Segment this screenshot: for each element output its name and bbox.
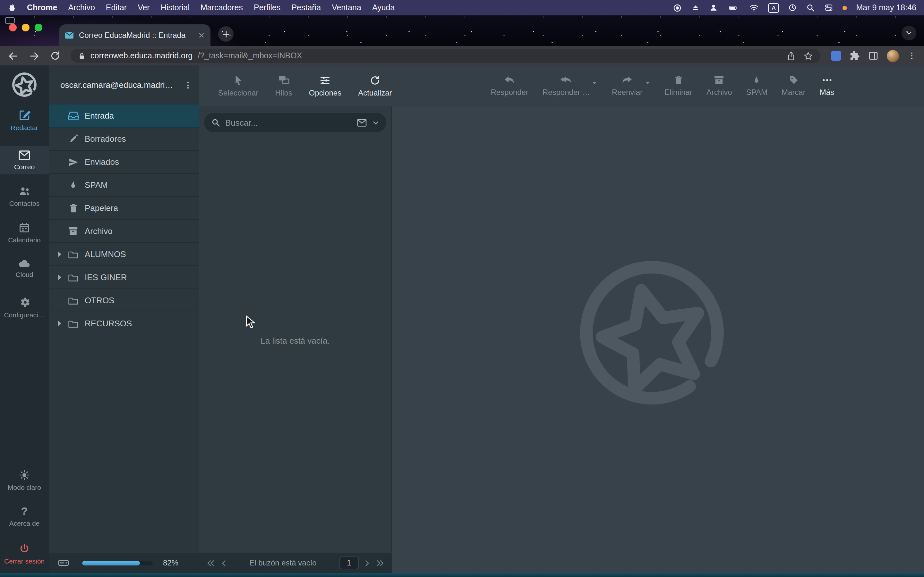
new-tab-button[interactable]	[218, 26, 234, 42]
folder-enviados[interactable]: Enviados	[49, 151, 199, 174]
tab-overflow-chevron-icon[interactable]	[901, 26, 916, 40]
prev-page-icon[interactable]	[221, 559, 226, 566]
sidebar-item-cerrar-sesion[interactable]: Cerrar sesión	[0, 543, 49, 565]
sidebar-item-label: Redactar	[11, 124, 38, 131]
sidebar-item-correo[interactable]: Correo	[0, 146, 49, 174]
extension-icon[interactable]	[831, 51, 841, 61]
reply-all-button[interactable]: Responder …	[543, 75, 590, 97]
forward-caret-icon[interactable]	[645, 80, 650, 86]
menubar-item-editar[interactable]: Editar	[106, 3, 127, 12]
control-center-icon[interactable]	[824, 3, 834, 12]
side-panel-icon[interactable]	[868, 51, 879, 61]
user-icon[interactable]	[709, 3, 718, 12]
clock-history-icon[interactable]	[788, 3, 797, 12]
sidebar-item-redactar[interactable]: Redactar	[0, 109, 49, 131]
eject-icon[interactable]	[691, 3, 700, 12]
window-close-button[interactable]	[9, 24, 17, 31]
archive-button[interactable]: Archivo	[706, 75, 732, 97]
share-icon[interactable]	[787, 51, 796, 61]
folder-borradores[interactable]: Borradores	[49, 127, 199, 151]
browser-menu-kebab-icon[interactable]	[907, 51, 916, 60]
cloud-icon	[18, 258, 31, 268]
window-zoom-button[interactable]	[35, 24, 42, 31]
delete-button-label: Eliminar	[664, 88, 692, 97]
page-number-box[interactable]: 1	[339, 556, 359, 569]
folder-papelera[interactable]: Papelera	[49, 197, 199, 220]
browser-tab[interactable]: Correo EducaMadrid :: Entrada	[59, 24, 210, 46]
search-bar[interactable]	[204, 113, 386, 132]
lock-icon[interactable]	[78, 52, 86, 60]
mail-icon	[18, 150, 31, 160]
refresh-button[interactable]: Actualizar	[358, 75, 392, 97]
forward-button[interactable]	[29, 50, 40, 61]
menubar-item-ventana[interactable]: Ventana	[332, 3, 361, 12]
back-button[interactable]	[8, 50, 19, 61]
reply-all-arrow-icon	[560, 75, 573, 85]
tab-close-icon[interactable]	[198, 32, 205, 39]
address-bar[interactable]: correoweb.educa.madrid.org /?_task=mail&…	[71, 49, 821, 63]
first-page-icon[interactable]	[207, 559, 215, 566]
mark-button[interactable]: Marcar	[782, 75, 806, 97]
search-options-chevron-icon[interactable]	[372, 119, 379, 126]
mail-toolbar: Seleccionar Hilos Opciones	[199, 65, 924, 106]
extensions-puzzle-icon[interactable]	[850, 51, 860, 61]
sidebar-item-modo-claro[interactable]: Modo claro	[0, 469, 49, 491]
window-controls	[9, 24, 42, 31]
spam-button[interactable]: SPAM	[746, 75, 767, 97]
battery-icon[interactable]	[727, 3, 740, 12]
select-button[interactable]: Seleccionar	[218, 75, 258, 97]
search-scope-mail-icon[interactable]	[357, 118, 367, 127]
sidebar-item-calendario[interactable]: Calendario	[0, 222, 49, 243]
forward-button[interactable]: Reenviar	[612, 75, 643, 97]
folder-label: OTROS	[85, 295, 114, 305]
expand-chevron-icon[interactable]	[54, 320, 64, 327]
menubar-item-historial[interactable]: Historial	[161, 3, 190, 12]
search-icon	[211, 118, 220, 127]
sidebar-item-cloud[interactable]: Cloud	[0, 258, 49, 278]
reply-button[interactable]: Responder	[491, 75, 528, 97]
last-page-icon[interactable]	[376, 559, 384, 566]
menubar-item-ver[interactable]: Ver	[137, 3, 150, 12]
folder-alumnos[interactable]: ALUMNOS	[49, 243, 199, 266]
sidebar-item-configuracion[interactable]: Configuraci…	[0, 296, 49, 319]
folder-recursos[interactable]: RECURSOS	[49, 312, 199, 335]
folder-archivo[interactable]: Archivo	[49, 220, 199, 243]
more-button[interactable]: Más	[820, 75, 834, 97]
menubar-item-archivo[interactable]: Archivo	[68, 3, 95, 12]
reload-button[interactable]	[50, 51, 60, 61]
window-minimize-button[interactable]	[22, 24, 29, 31]
input-source-icon[interactable]: A	[768, 3, 779, 13]
screen-record-icon[interactable]	[672, 3, 682, 13]
menubar-item-pestana[interactable]: Pestaña	[291, 3, 321, 12]
folder-spam[interactable]: SPAM	[49, 174, 199, 197]
menubar-clock[interactable]: Mar 9 may 18:46	[856, 3, 916, 12]
menubar-app-name[interactable]: Chrome	[27, 3, 57, 12]
expand-chevron-icon[interactable]	[54, 251, 64, 258]
sidebar-item-acerca-de[interactable]: ? Acerca de	[0, 506, 49, 527]
next-page-icon[interactable]	[365, 559, 370, 566]
options-button[interactable]: Opciones	[309, 75, 341, 97]
account-header: oscar.camara@educa.madri…	[49, 65, 199, 105]
bookmark-star-icon[interactable]	[803, 51, 813, 61]
folder-entrada[interactable]: Entrada	[49, 105, 199, 127]
folder-ies-giner[interactable]: IES GINER	[49, 266, 199, 289]
wifi-icon[interactable]	[749, 3, 759, 12]
profile-avatar[interactable]	[887, 50, 899, 62]
reply-all-caret-icon[interactable]	[592, 80, 598, 86]
search-input[interactable]	[225, 118, 352, 127]
delete-button[interactable]: Eliminar	[664, 75, 692, 97]
folder-icon	[67, 273, 79, 282]
menubar-item-perfiles[interactable]: Perfiles	[254, 3, 280, 12]
sidebar-item-contactos[interactable]: Contactos	[0, 185, 49, 207]
menubar-item-marcadores[interactable]: Marcadores	[200, 3, 243, 12]
folder-otros[interactable]: OTROS	[49, 289, 199, 312]
threads-button[interactable]: Hilos	[275, 75, 292, 97]
apple-menu-icon[interactable]	[8, 3, 16, 13]
mouse-cursor	[246, 316, 255, 329]
expand-chevron-icon[interactable]	[54, 274, 64, 281]
account-menu-kebab-icon[interactable]	[184, 80, 192, 90]
menubar-item-ayuda[interactable]: Ayuda	[372, 3, 395, 12]
archive-button-label: Archivo	[706, 88, 732, 97]
webmail-app: Redactar Correo Contactos Calendario	[0, 65, 924, 577]
spotlight-search-icon[interactable]	[806, 3, 815, 12]
